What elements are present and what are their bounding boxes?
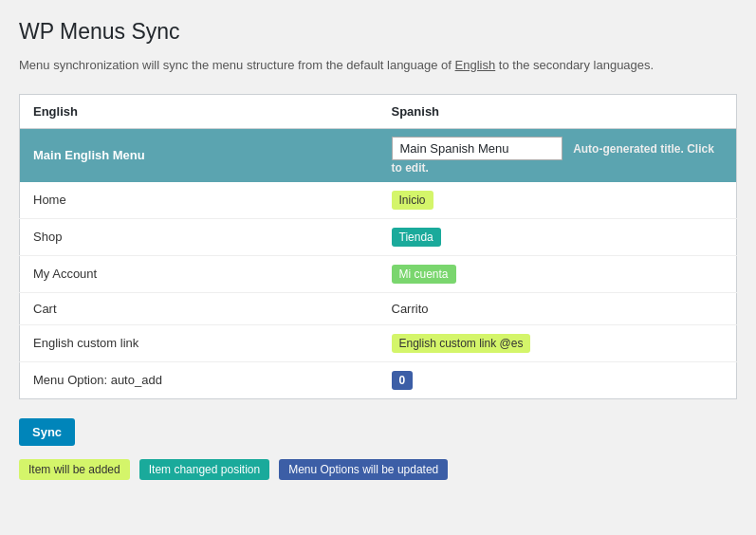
legend-item-add: Item will be added xyxy=(19,459,130,480)
row-english: My Account xyxy=(20,255,378,292)
spanish-tag: Tienda xyxy=(392,228,441,247)
spanish-tag: Inicio xyxy=(392,191,433,210)
menu-title-spanish-cell: Auto-generated title. Click to edit. xyxy=(378,128,737,182)
row-english: Home xyxy=(20,182,378,219)
legend: Item will be added Item changed position… xyxy=(19,459,737,480)
table-header-row: English Spanish xyxy=(20,94,737,128)
menu-title-row: Main English Menu Auto-generated title. … xyxy=(20,128,737,182)
row-spanish: 0 xyxy=(378,361,737,398)
table-row: English custom link English custom link … xyxy=(20,324,737,361)
sync-button[interactable]: Sync xyxy=(19,418,75,446)
row-spanish: Tienda xyxy=(378,218,737,255)
spanish-tag: Mi cuenta xyxy=(392,265,456,284)
col-english-header: English xyxy=(20,94,378,128)
spanish-tag: English custom link @es xyxy=(392,334,531,353)
table-row: Shop Tienda xyxy=(20,218,737,255)
sync-table: English Spanish Main English Menu Auto-g… xyxy=(19,94,737,399)
table-row: Home Inicio xyxy=(20,182,737,219)
row-english: English custom link xyxy=(20,324,378,361)
row-english: Cart xyxy=(20,292,378,324)
row-english: Menu Option: auto_add xyxy=(20,361,378,398)
row-spanish: Carrito xyxy=(378,292,737,324)
table-row: My Account Mi cuenta xyxy=(20,255,737,292)
legend-item-update: Menu Options will be updated xyxy=(279,459,448,480)
menu-title-english: Main English Menu xyxy=(20,128,378,182)
col-spanish-header: Spanish xyxy=(378,94,737,128)
row-spanish: Mi cuenta xyxy=(378,255,737,292)
menu-title-spanish-input[interactable] xyxy=(392,137,562,160)
row-spanish: Inicio xyxy=(378,182,737,219)
legend-item-position: Item changed position xyxy=(139,459,269,480)
spanish-tag: 0 xyxy=(392,371,414,390)
description: Menu synchronization will sync the menu … xyxy=(19,56,737,75)
table-row: Menu Option: auto_add 0 xyxy=(20,361,737,398)
row-english: Shop xyxy=(20,218,378,255)
page-title: WP Menus Sync xyxy=(19,19,737,45)
table-row: Cart Carrito xyxy=(20,292,737,324)
row-spanish: English custom link @es xyxy=(378,324,737,361)
